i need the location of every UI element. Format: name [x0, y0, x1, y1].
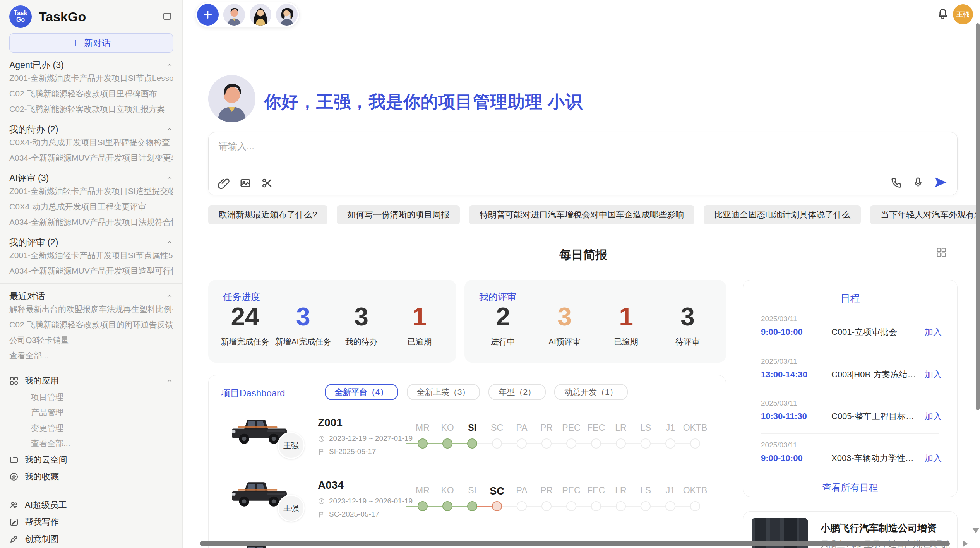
project-row[interactable]: 王强 A034 2023-12-19 ~ 2026-01-19 SC-2025-…	[209, 477, 726, 539]
section-header-my-review[interactable]: 我的评审 (2)	[9, 237, 173, 248]
view-all-chats-link[interactable]: 查看全部...	[9, 348, 173, 363]
chevron-up-icon[interactable]	[166, 293, 173, 300]
recent-chat-item[interactable]: 公司Q3轻卡销量	[9, 332, 173, 348]
recent-chat-item[interactable]: 解释最新出台的欧盟报废车法规再生塑料比例被调至15%...	[9, 301, 173, 317]
schedule-entry: 2025/03/11 10:30-11:30 C005-整车工程目标评审 加入	[761, 399, 942, 422]
milestone-label: OKTB	[683, 423, 708, 433]
tab-platform[interactable]: 全新平台（4）	[325, 384, 398, 400]
section-header-recent-chats[interactable]: 最近对话	[9, 291, 173, 301]
scissors-icon[interactable]	[261, 177, 273, 189]
sidebar-item[interactable]: A034-全新新能源MUV产品开发项目法规符合性评审	[9, 214, 173, 230]
recent-chat-item[interactable]: C02-飞腾新能源轻客改款项目的闭环通告反馈情况	[9, 317, 173, 332]
chat-input[interactable]	[218, 139, 839, 166]
sidebar-item-creative-draw[interactable]: 创意制图	[9, 531, 173, 548]
chevron-up-icon[interactable]	[166, 377, 173, 384]
sidebar-item[interactable]: C02-飞腾新能源轻客改款项目里程碑画布	[9, 86, 173, 101]
milestone-segment	[552, 443, 566, 444]
suggestion-chip[interactable]: 当下年轻人对汽车外观有怎样的喜好趋势	[870, 205, 980, 224]
sidebar-item[interactable]: C02-飞腾新能源轻客改款项目立项汇报方案	[9, 101, 173, 117]
new-chat-button[interactable]: 新对话	[9, 33, 173, 53]
chevron-up-icon[interactable]	[166, 126, 173, 133]
notification-bell-icon[interactable]	[937, 8, 949, 20]
phone-icon[interactable]	[891, 176, 902, 188]
join-button[interactable]: 加入	[925, 326, 942, 338]
agent-avatar-3[interactable]	[276, 4, 298, 26]
app-link-product-mgmt[interactable]: 产品管理	[9, 405, 173, 420]
quick-access-pill	[195, 2, 300, 27]
sidebar-item[interactable]: C0X4-动力总成开发项目工程变更评审	[9, 199, 173, 214]
project-code: Z001	[318, 416, 343, 429]
suggestion-chip[interactable]: 欧洲新规最近颁布了什么?	[208, 205, 327, 224]
scroll-right-arrow[interactable]	[963, 540, 968, 547]
add-agent-button[interactable]	[197, 4, 219, 26]
milestone-segment	[477, 506, 492, 507]
join-button[interactable]: 加入	[925, 369, 942, 380]
milestone-dot	[566, 438, 576, 449]
flag-label: SC-2025-05-17	[329, 510, 379, 519]
sidebar-item-favorites[interactable]: 我的收藏	[9, 468, 173, 485]
sidebar-item[interactable]: A034-全新新能源MUV产品开发项目造型可行性评审	[9, 263, 173, 279]
user-avatar[interactable]: 王强	[953, 4, 973, 24]
agent-avatar-2[interactable]	[250, 4, 271, 26]
app-title: TaskGo	[39, 9, 86, 24]
chevron-up-icon[interactable]	[166, 62, 173, 68]
sidebar-item-cloud-space[interactable]: 我的云空间	[9, 451, 173, 468]
milestone-labels: MR KO SI SC PA PR PEC FEC LR LS J1 OKTB	[410, 423, 708, 433]
stat: 1 已逾期	[391, 304, 449, 347]
mic-icon[interactable]	[912, 176, 924, 188]
view-all-apps-link[interactable]: 查看全部...	[9, 436, 173, 451]
scroll-down-arrow[interactable]	[972, 528, 979, 533]
stat: 3 新增AI完成任务	[274, 304, 332, 347]
section-header-ai-review[interactable]: AI评审 (3)	[9, 173, 173, 183]
section-header-agent-done[interactable]: Agent已办 (3)	[9, 60, 173, 70]
tab-powertrain[interactable]: 动总开发（1）	[554, 384, 628, 400]
chevron-up-icon[interactable]	[166, 175, 173, 182]
people-icon	[9, 500, 19, 510]
join-button[interactable]: 加入	[925, 452, 942, 464]
flag-icon	[318, 511, 325, 518]
suggestion-chip[interactable]: 如何写一份清晰的项目周报	[337, 205, 460, 224]
entry-time: 10:30-11:30	[761, 411, 831, 421]
app-link-project-mgmt[interactable]: 项目管理	[9, 389, 173, 405]
image-icon[interactable]	[240, 177, 251, 189]
tab-model-year[interactable]: 年型（2）	[488, 384, 546, 400]
sidebar-item[interactable]: Z001-全新燃油轻卡产品开发项目SI造型提交物评审	[9, 183, 173, 199]
milestone-label: J1	[658, 423, 683, 433]
send-icon[interactable]	[934, 176, 947, 189]
project-row[interactable]: 王强 Z001 2023-12-19 ~ 2027-01-19 SI-2025-…	[209, 414, 726, 476]
stat-value: 3	[657, 304, 718, 329]
join-button[interactable]: 加入	[925, 411, 942, 422]
folder-icon	[9, 455, 19, 464]
stat-label: 我的待办	[332, 336, 391, 347]
horizontal-scrollbar-thumb[interactable]	[200, 541, 950, 546]
suggestion-chip[interactable]: 特朗普可能对进口汽车增税会对中国车企造成哪些影响	[469, 205, 694, 224]
sidebar-item[interactable]: C0X4-动力总成开发项目SI里程碑提交物检查	[9, 135, 173, 150]
sidebar-item-ai-employee[interactable]: AI超级员工	[9, 497, 173, 514]
attachment-icon[interactable]	[218, 177, 230, 189]
favorites-label: 我的收藏	[25, 471, 59, 483]
milestone-label: J1	[658, 485, 683, 497]
milestone-dot	[442, 438, 452, 449]
tab-upfit[interactable]: 全新上装（3）	[407, 384, 480, 400]
section-header-my-todo[interactable]: 我的待办 (2)	[9, 124, 173, 135]
sidebar-collapse-icon[interactable]	[162, 12, 172, 21]
ai-employee-label: AI超级员工	[25, 499, 67, 511]
sidebar-item[interactable]: A034-全新新能源MUV产品开发项目计划变更表编写	[9, 150, 173, 166]
sidebar-item-my-apps[interactable]: 我的应用	[9, 372, 173, 389]
suggestion-chip[interactable]: 比亚迪全固态电池计划具体说了什么	[704, 205, 861, 224]
sidebar-item-write-helper[interactable]: 帮我写作	[9, 514, 173, 531]
sidebar-item[interactable]: Z001-全新燃油皮卡产品开发项目SI节点Lesson Learn报告	[9, 70, 173, 86]
vertical-scrollbar-thumb[interactable]	[976, 23, 980, 410]
chevron-up-icon[interactable]	[166, 239, 173, 246]
view-all-schedule-link[interactable]: 查看所有日程	[743, 481, 957, 494]
stat-label: 已逾期	[595, 336, 657, 347]
briefing-layout-icon[interactable]	[936, 247, 947, 258]
agent-avatar-1[interactable]	[223, 4, 245, 26]
milestone-label: KO	[435, 485, 460, 497]
taskgo-app-window: Task Go TaskGo 新对话 Agent已办 (3) Z001-全新燃油…	[0, 0, 980, 548]
app-link-change-mgmt[interactable]: 变更管理	[9, 420, 173, 436]
project-code: A034	[318, 479, 344, 491]
sidebar-item[interactable]: Z001-全新燃油轻卡产品开发项目SI节点属性5D文件评审	[9, 248, 173, 263]
milestone-segment	[527, 506, 541, 507]
stat: 3 待评审	[657, 304, 718, 347]
